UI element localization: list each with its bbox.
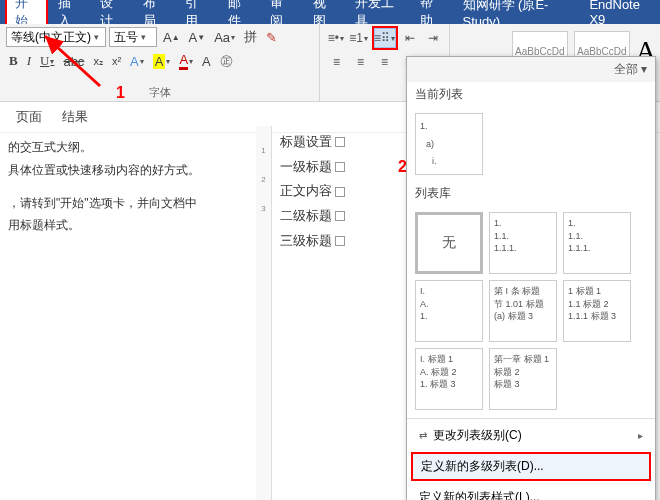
font-size-value: 五号 xyxy=(114,29,138,46)
align-left-button[interactable]: ≡ xyxy=(326,52,347,72)
char-shading-button[interactable]: A xyxy=(199,52,214,71)
decrease-indent-button[interactable]: ⇤ xyxy=(401,28,421,48)
doc-heading: 一级标题 xyxy=(280,155,345,180)
align-right-button[interactable]: ≡ xyxy=(374,52,395,72)
phonetic-button[interactable]: 拼 xyxy=(241,26,260,48)
indent-icon: ⇄ xyxy=(419,430,427,441)
font-name-combo[interactable]: 等线(中文正文)▾ xyxy=(6,27,106,47)
list-item[interactable]: I.A.1. xyxy=(415,280,483,342)
multilevel-dropdown: 全部 ▾ 当前列表 1. a) i. 列表库 无 1.1.1.1.1.1. 1.… xyxy=(406,56,656,500)
change-list-level-menuitem[interactable]: ⇄ 更改列表级别(C) ▸ xyxy=(407,421,655,450)
doc-heading: 正文内容 xyxy=(280,179,345,204)
current-list-section: 当前列表 xyxy=(407,82,655,107)
font-size-combo[interactable]: 五号▾ xyxy=(109,27,157,47)
nav-tab-page[interactable]: 页面 xyxy=(16,108,42,126)
list-library-section: 列表库 xyxy=(407,181,655,206)
list-item[interactable]: 第一章 标题 1标题 2标题 3 xyxy=(489,348,557,410)
list-item[interactable]: 第 I 条 标题节 1.01 标题(a) 标题 3 xyxy=(489,280,557,342)
list-item[interactable]: I. 标题 1A. 标题 21. 标题 3 xyxy=(415,348,483,410)
superscript-button[interactable]: x² xyxy=(109,53,124,69)
collapse-icon[interactable] xyxy=(335,187,345,197)
font-group-label: 字体 xyxy=(0,85,319,100)
list-item[interactable]: 1.1.1.1.1.1. xyxy=(563,212,631,274)
current-list-item[interactable]: 1. a) i. xyxy=(415,113,483,175)
dropdown-filter[interactable]: 全部 ▾ xyxy=(407,57,655,82)
enclose-button[interactable]: ㊣ xyxy=(217,50,236,72)
increase-indent-button[interactable]: ⇥ xyxy=(423,28,443,48)
collapse-icon[interactable] xyxy=(335,236,345,246)
list-item[interactable]: 1.1.1.1.1.1. xyxy=(489,212,557,274)
nav-tab-results[interactable]: 结果 xyxy=(62,108,88,126)
nav-text-line: 具体位置或快速移动内容的好方式。 xyxy=(8,159,242,182)
font-name-value: 等线(中文正文) xyxy=(11,29,91,46)
subscript-button[interactable]: x₂ xyxy=(90,53,106,70)
list-library-gallery: 无 1.1.1.1.1.1. 1.1.1.1.1.1. I.A.1. 第 I 条… xyxy=(407,206,655,416)
strike-button[interactable]: abc xyxy=(60,52,87,71)
grow-font-button[interactable]: A▲ xyxy=(160,28,183,47)
define-new-multilevel-menuitem[interactable]: 定义新的多级列表(D)... xyxy=(411,452,651,481)
doc-heading: 三级标题 xyxy=(280,229,345,254)
font-group: 等线(中文正文)▾ 五号▾ A▲ A▼ Aa▾ 拼 ✎ B I U▾ abc x… xyxy=(0,24,320,101)
chevron-down-icon: ▾ xyxy=(141,32,146,42)
nav-text-line: 用标题样式。 xyxy=(8,214,242,237)
collapse-icon[interactable] xyxy=(335,162,345,172)
nav-text-line: 的交互式大纲。 xyxy=(8,136,242,159)
document-body[interactable]: 标题设置 一级标题 正文内容 二级标题 三级标题 xyxy=(280,130,345,253)
numbering-button[interactable]: ≡1▾ xyxy=(349,28,369,48)
multilevel-list-highlight: ≡⠿▾ xyxy=(372,26,398,50)
underline-button[interactable]: U▾ xyxy=(37,51,57,71)
nav-pane-content: 的交互式大纲。 具体位置或快速移动内容的好方式。 ，请转到"开始"选项卡，并向文… xyxy=(0,126,250,247)
clear-format-button[interactable]: ✎ xyxy=(263,28,280,47)
define-new-list-style-menuitem[interactable]: 定义新的列表样式(L)... xyxy=(407,483,655,500)
doc-heading: 二级标题 xyxy=(280,204,345,229)
font-color-button[interactable]: A▾ xyxy=(176,50,196,72)
collapse-icon[interactable] xyxy=(335,137,345,147)
text-effect-button[interactable]: A▾ xyxy=(127,52,147,71)
change-case-button[interactable]: Aa▾ xyxy=(211,28,238,47)
nav-text-line: ，请转到"开始"选项卡，并向文档中 xyxy=(8,192,242,215)
list-item[interactable]: 1 标题 11.1 标题 21.1.1 标题 3 xyxy=(563,280,631,342)
italic-button[interactable]: I xyxy=(24,51,34,71)
align-center-button[interactable]: ≡ xyxy=(350,52,371,72)
shrink-font-button[interactable]: A▼ xyxy=(186,28,209,47)
chevron-right-icon: ▸ xyxy=(638,430,643,441)
list-item-none[interactable]: 无 xyxy=(415,212,483,274)
doc-heading: 标题设置 xyxy=(280,130,345,155)
ribbon-tabs: 开始 插入 设计 布局 引用 邮件 审阅 视图 开发工具 帮助 知网研学 (原E… xyxy=(0,0,660,24)
collapse-icon[interactable] xyxy=(335,211,345,221)
bold-button[interactable]: B xyxy=(6,51,21,71)
highlight-button[interactable]: A▾ xyxy=(150,52,174,71)
vertical-ruler: 123 xyxy=(256,126,272,500)
multilevel-list-button[interactable]: ≡⠿▾ xyxy=(374,28,396,48)
bullets-button[interactable]: ≡•▾ xyxy=(326,28,346,48)
chevron-down-icon: ▾ xyxy=(94,32,99,42)
